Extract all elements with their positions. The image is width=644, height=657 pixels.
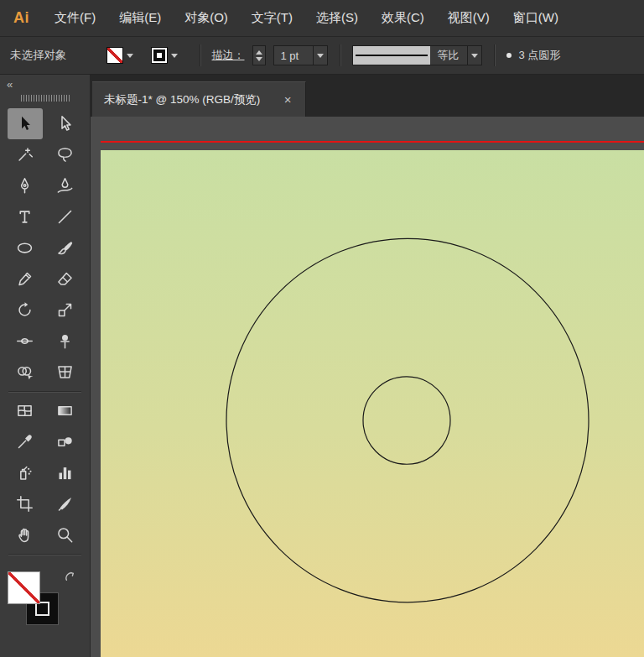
artboard[interactable]	[101, 150, 644, 657]
stroke-weight-label[interactable]: 描边：	[212, 48, 245, 63]
free-transform-icon	[56, 332, 74, 350]
document-tab-bar: 未标题-1* @ 150% (RGB/预览) ×	[91, 75, 644, 117]
menu-item-select[interactable]: 选择(S)	[304, 4, 370, 32]
column-graph-tool[interactable]	[47, 457, 82, 488]
menu-item-file[interactable]: 文件(F)	[43, 4, 107, 32]
line-segment-icon	[56, 208, 74, 226]
menu-item-type[interactable]: 文字(T)	[240, 4, 304, 32]
zoom-icon	[56, 526, 74, 544]
menu-item-edit[interactable]: 编辑(E)	[107, 4, 173, 32]
perspective-grid-tool[interactable]	[47, 357, 82, 388]
artboard-icon	[16, 495, 34, 513]
curvature-tool[interactable]	[47, 170, 82, 201]
hand-icon	[16, 526, 34, 544]
document-tab[interactable]: 未标题-1* @ 150% (RGB/预览) ×	[92, 81, 306, 117]
mesh-tool[interactable]	[8, 395, 43, 426]
chevron-down-icon	[127, 54, 133, 58]
collapse-panel-button[interactable]: «	[7, 78, 13, 91]
stroke-weight-field[interactable]: 1 pt	[273, 45, 328, 65]
illustrator-window: Ai 文件(F)编辑(E)对象(O)文字(T)选择(S)效果(C)视图(V)窗口…	[0, 0, 644, 657]
fill-color-dropdown[interactable]	[106, 47, 133, 64]
red-guide-line	[101, 141, 644, 143]
menu-items: 文件(F)编辑(E)对象(O)文字(T)选择(S)效果(C)视图(V)窗口(W)	[43, 4, 570, 32]
stepper-down-icon	[256, 57, 262, 61]
curvature-icon	[56, 177, 74, 195]
stepper-up-icon	[256, 50, 262, 55]
menu-item-view[interactable]: 视图(V)	[436, 4, 501, 32]
canvas-pasteboard[interactable]	[91, 117, 644, 657]
gradient-icon	[56, 402, 74, 420]
toolbar-drag-handle-icon[interactable]	[21, 95, 70, 102]
chevron-down-icon	[171, 54, 178, 58]
eyedropper-tool[interactable]	[8, 426, 43, 457]
paintbrush-tool[interactable]	[47, 232, 82, 263]
symbol-sprayer-icon	[16, 464, 34, 482]
artboard-tool[interactable]	[8, 488, 43, 519]
stroke-color-dropdown[interactable]	[151, 47, 178, 64]
pen-tool[interactable]	[8, 170, 43, 201]
blend-tool[interactable]	[47, 426, 82, 457]
hand-tool[interactable]	[8, 519, 43, 550]
magic-wand-icon	[16, 146, 34, 164]
symbol-sprayer-tool[interactable]	[8, 457, 43, 488]
menu-bar: Ai 文件(F)编辑(E)对象(O)文字(T)选择(S)效果(C)视图(V)窗口…	[0, 0, 644, 37]
gradient-tool[interactable]	[47, 395, 82, 426]
main-row: « 未标题-1* @ 150% (RGB/预览) ×	[0, 75, 644, 657]
chevron-down-icon	[471, 54, 478, 58]
blend-icon	[56, 433, 74, 451]
ellipse-icon	[16, 239, 34, 257]
selection-icon	[16, 115, 34, 133]
type-icon	[16, 208, 34, 226]
separator	[200, 44, 200, 66]
width-profile-dropdown-button[interactable]	[467, 46, 481, 65]
shaper-tool[interactable]	[8, 263, 43, 295]
fill-stroke-indicator	[0, 568, 90, 649]
free-transform-tool[interactable]	[47, 326, 82, 357]
fill-swatch[interactable]	[8, 571, 40, 604]
lasso-tool[interactable]	[47, 139, 82, 170]
slice-tool[interactable]	[47, 488, 82, 519]
artwork-circle[interactable]	[226, 238, 589, 602]
line-segment-tool[interactable]	[47, 201, 82, 232]
scale-tool[interactable]	[47, 295, 82, 326]
stroke-weight-dropdown-button[interactable]	[313, 46, 327, 65]
stroke-profile-preview-icon	[353, 46, 430, 65]
toolbar-divider	[8, 554, 81, 555]
eraser-tool[interactable]	[47, 263, 82, 295]
brush-definition-dropdown[interactable]: 3 点圆形	[506, 48, 561, 63]
paintbrush-icon	[56, 239, 74, 257]
tools-grid	[0, 107, 90, 558]
type-tool[interactable]	[8, 201, 43, 232]
tab-close-button[interactable]: ×	[282, 92, 293, 107]
swap-fill-stroke-icon[interactable]	[65, 571, 77, 584]
direct-selection-icon	[56, 115, 74, 133]
shape-builder-tool[interactable]	[8, 357, 43, 388]
stroke-weight-stepper[interactable]	[252, 45, 266, 65]
illustrator-logo: Ai	[13, 9, 29, 27]
menu-item-object[interactable]: 对象(O)	[173, 4, 240, 32]
scale-icon	[56, 301, 74, 319]
width-profile-label: 等比	[430, 48, 467, 63]
stroke-weight-value: 1 pt	[274, 50, 313, 62]
zoom-tool[interactable]	[47, 519, 82, 550]
rotate-tool[interactable]	[8, 295, 43, 326]
slice-icon	[56, 495, 74, 513]
ellipse-tool[interactable]	[8, 232, 43, 263]
magic-wand-tool[interactable]	[8, 139, 43, 170]
lasso-icon	[56, 146, 74, 164]
rotate-icon	[16, 301, 34, 319]
artwork-circle[interactable]	[363, 377, 450, 464]
column-graph-icon	[56, 464, 74, 482]
eyedropper-icon	[16, 433, 34, 451]
toolbar-divider	[8, 391, 81, 392]
shaper-icon	[16, 270, 34, 288]
direct-selection-tool[interactable]	[47, 108, 82, 139]
perspective-grid-icon	[56, 363, 74, 381]
menu-item-effect[interactable]: 效果(C)	[370, 4, 436, 32]
menu-item-window[interactable]: 窗口(W)	[501, 4, 570, 32]
selection-tool[interactable]	[8, 108, 43, 139]
pen-icon	[16, 177, 34, 195]
width-profile-dropdown[interactable]: 等比	[352, 45, 482, 65]
width-tool[interactable]	[8, 326, 43, 357]
fill-none-swatch-icon	[106, 47, 123, 64]
